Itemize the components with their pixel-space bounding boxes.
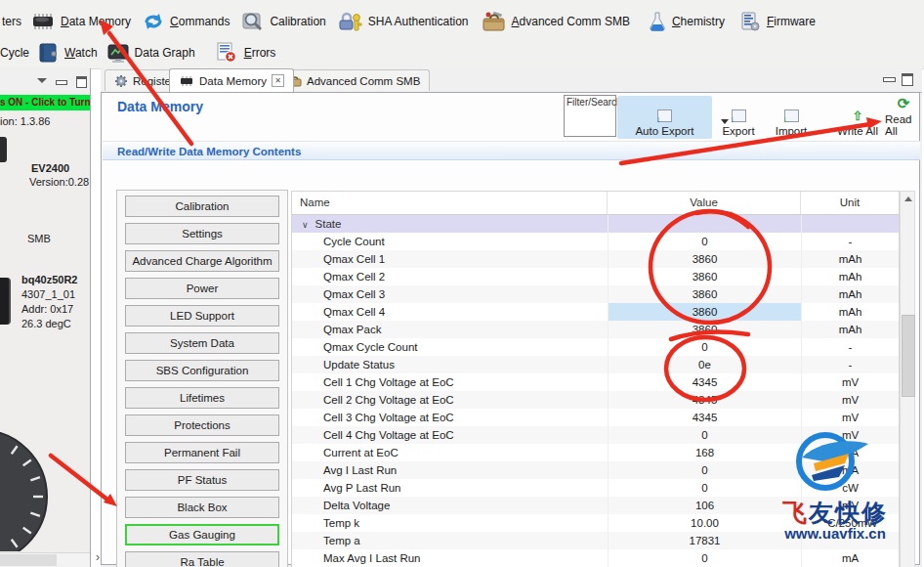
table-row[interactable]: ∨Avg P Last Run 0 cW <box>292 479 899 497</box>
toolbar-advanced-comm-smb[interactable]: Advanced Comm SMB <box>482 11 630 32</box>
horizontal-scrollbar[interactable] <box>0 552 90 567</box>
vertical-scrollbar[interactable] <box>900 191 915 567</box>
toolbar-watch[interactable]: Watch <box>36 42 98 64</box>
category-button[interactable]: SBS Configuration <box>125 360 279 381</box>
export-icon: ↓ <box>732 109 746 122</box>
row-value-cell[interactable]: 0 <box>608 549 801 567</box>
table-row[interactable]: ∨Qmax Cell 4 3860 mAh <box>292 303 899 321</box>
section-chevron-icon[interactable]: ∨ <box>302 220 309 230</box>
row-value-cell[interactable]: 0 <box>608 233 801 250</box>
row-unit-cell: mAh <box>801 321 899 338</box>
table-row[interactable]: ∨Cell 4 Chg Voltage at EoC 0 mV <box>292 426 899 444</box>
row-value-cell[interactable]: 3860 <box>608 321 801 338</box>
category-button[interactable]: Gas Gauging <box>125 524 279 545</box>
row-name-cell: ∨Temp k <box>292 514 608 532</box>
row-value-cell[interactable]: 0 <box>608 461 801 479</box>
row-name-cell: ∨Current at EoC <box>292 444 608 461</box>
category-button[interactable]: Black Box <box>125 497 279 518</box>
toolbar-sha-authentication[interactable]: SHA Authentication <box>338 11 469 32</box>
table-row[interactable]: ∨Update Status 0e - <box>292 356 899 373</box>
table-row[interactable]: ∨Cell 2 Chg Voltage at EoC 4345 mV <box>292 391 899 409</box>
row-value-cell[interactable]: 3860 <box>608 268 801 285</box>
row-value-cell[interactable]: 3860 <box>608 303 801 321</box>
table-row[interactable]: ∨Cell 3 Chg Voltage at EoC 4345 mV <box>292 409 899 426</box>
row-value-cell[interactable]: 17831 <box>608 532 801 549</box>
vertical-scrollbar-thumb[interactable] <box>902 315 915 397</box>
category-button[interactable]: Advanced Charge Algorithm <box>125 250 279 272</box>
row-value-cell[interactable]: 4345 <box>608 391 801 409</box>
column-header-name[interactable]: Name <box>292 192 608 214</box>
category-button[interactable]: Ra Table <box>125 551 279 567</box>
column-header-value[interactable]: Value <box>608 192 801 214</box>
toolbar-registers-partial[interactable]: ters <box>2 15 21 28</box>
data-memory-view: Data Memory Filter/Search ↓ Auto Export … <box>101 92 920 565</box>
category-button[interactable]: Calibration <box>125 196 279 217</box>
table-row[interactable]: ∨Cycle Count 0 - <box>292 233 899 250</box>
table-row[interactable]: ∨Max Avg I Last Run 0 mA <box>292 549 899 567</box>
horizontal-scrollbar-thumb[interactable] <box>0 554 57 566</box>
row-value-cell[interactable] <box>608 215 801 233</box>
table-row[interactable]: ∨Temp a 17831 <box>292 532 899 549</box>
close-tab-icon[interactable]: ✕ <box>272 74 284 87</box>
category-button[interactable]: PF Status <box>125 469 279 491</box>
category-button[interactable]: Power <box>125 278 279 299</box>
table-row[interactable]: ∨Qmax Cell 3 3860 mAh <box>292 285 899 303</box>
table-row[interactable]: ∨Cell 1 Chg Voltage at EoC 4345 mV <box>292 373 899 391</box>
import-button[interactable]: ↓ Import <box>766 96 817 139</box>
table-row[interactable]: ∨Qmax Cycle Count 0 - <box>292 338 899 356</box>
read-all-button[interactable]: ⟳ Read All <box>882 96 924 139</box>
view-menu-icon[interactable] <box>37 78 47 83</box>
row-value-cell[interactable]: 10.00 <box>608 514 801 532</box>
toolbar-chemistry[interactable]: Chemistry <box>648 11 725 32</box>
import-dropdown-arrow-icon[interactable] <box>721 119 729 124</box>
table-row[interactable]: ∨Avg I Last Run 0 mA <box>292 461 899 479</box>
scroll-up-icon[interactable] <box>904 196 912 201</box>
write-all-button[interactable]: ⇧ Write All <box>832 96 883 139</box>
maximize-view-icon[interactable] <box>76 76 87 88</box>
minimize-view-icon[interactable] <box>56 80 67 85</box>
category-button[interactable]: LED Support <box>125 305 279 327</box>
tab-data-memory[interactable]: Data Memory ✕ <box>169 68 294 92</box>
export-button[interactable]: ↓ Export <box>713 96 764 139</box>
row-value-cell[interactable]: 0 <box>608 479 801 497</box>
maximize-editor-icon[interactable] <box>902 73 913 86</box>
toolbar-commands[interactable]: Commands <box>142 11 230 32</box>
fuel-gauge-on-banner[interactable]: s ON - Click to Turn <box>0 95 90 110</box>
row-value-cell[interactable]: 3860 <box>608 285 801 303</box>
minimize-editor-icon[interactable] <box>883 77 896 82</box>
table-row[interactable]: ∨Qmax Cell 2 3860 mAh <box>292 268 899 285</box>
row-value-cell[interactable]: 0 <box>608 338 801 356</box>
row-value-cell[interactable]: 4345 <box>608 409 801 426</box>
table-row[interactable]: ∨Qmax Cell 1 3860 mAh <box>292 250 899 268</box>
category-button[interactable]: Lifetimes <box>125 387 279 409</box>
bqstudio-version-label: ion: 1.3.86 <box>0 115 50 127</box>
row-value-cell[interactable]: 3860 <box>608 250 801 268</box>
toolbar-firmware[interactable]: Firmware <box>738 11 816 32</box>
table-row[interactable]: ∨Delta Voltage 106 mV <box>292 497 899 514</box>
row-value-cell[interactable]: 106 <box>608 497 801 514</box>
row-value-cell[interactable]: 0e <box>608 356 801 373</box>
toolbar-data-graph[interactable]: Data Graph <box>106 42 195 64</box>
category-button[interactable]: Settings <box>125 223 279 244</box>
toolbar-errors[interactable]: Errors <box>214 42 276 64</box>
table-row[interactable]: ∨Current at EoC 168 mA <box>292 444 899 461</box>
row-value-cell[interactable]: 4345 <box>608 373 801 391</box>
category-button[interactable]: System Data <box>125 332 279 354</box>
graph-icon <box>106 42 130 64</box>
row-unit-cell: mA <box>801 549 899 567</box>
category-button[interactable]: Protections <box>125 414 279 436</box>
toolbar-calibration[interactable]: Calibration <box>241 11 325 32</box>
row-value-cell[interactable]: 0 <box>608 426 801 444</box>
toolbar-cycle-partial[interactable]: Cycle <box>0 46 29 60</box>
toolbar-data-memory[interactable]: Data Memory <box>30 12 131 31</box>
filter-search-input[interactable]: Filter/Search <box>564 95 616 137</box>
column-header-unit[interactable]: Unit <box>801 192 899 214</box>
auto-export-button[interactable]: ↓ Auto Export <box>617 96 712 139</box>
tab-advanced-comm-smb[interactable]: Advanced Comm SMB <box>278 69 430 91</box>
table-row[interactable]: ∨Temp k 10.00 °C/250mW <box>292 514 899 532</box>
scroll-right-icon[interactable]: › <box>96 550 100 564</box>
category-button[interactable]: Permanent Fail <box>125 442 279 463</box>
table-row[interactable]: ∨Qmax Pack 3860 mAh <box>292 321 899 338</box>
table-row[interactable]: ∨State <box>292 215 899 233</box>
row-value-cell[interactable]: 168 <box>608 444 801 461</box>
